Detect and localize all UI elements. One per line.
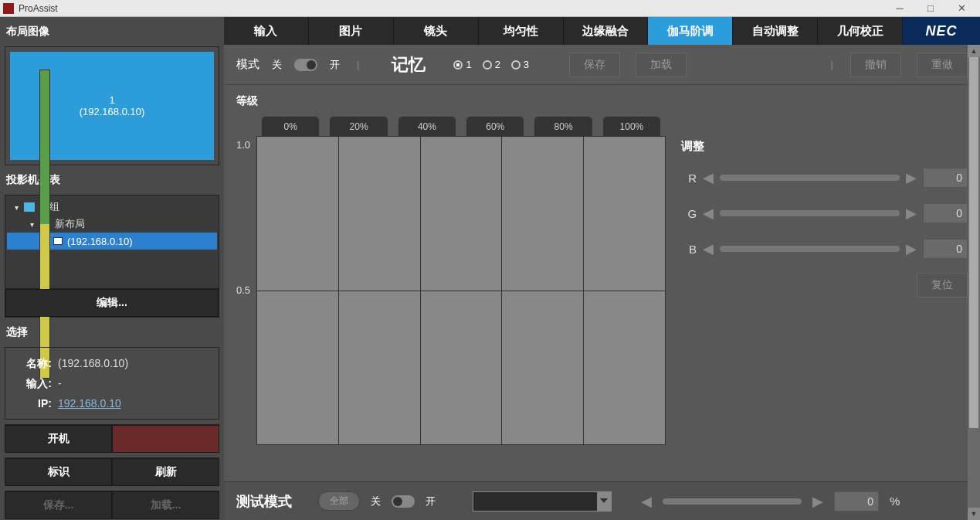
r-label: R (681, 172, 697, 185)
memory-radio-3[interactable]: 3 (511, 59, 529, 70)
redo-button[interactable]: 重做 (917, 53, 968, 77)
thumb-ip: (192.168.0.10) (80, 106, 145, 117)
r-value-input[interactable] (923, 168, 968, 188)
slider-row-g: G ◀ ▶ (681, 202, 968, 225)
projector-icon (53, 237, 63, 245)
tab-image[interactable]: 图片 (309, 17, 394, 45)
reset-button[interactable]: 复位 (917, 273, 968, 297)
tree-layout[interactable]: ▾ 新布局 (7, 216, 217, 233)
tab-uniformity[interactable]: 均匀性 (479, 17, 564, 45)
tree-projector[interactable]: (192.168.0.10) (7, 233, 217, 250)
x-tick[interactable]: 40% (398, 116, 456, 136)
test-pattern-dropdown[interactable] (473, 491, 612, 512)
load-button[interactable]: 加载... (112, 491, 219, 519)
mode-off-label: 关 (272, 58, 282, 72)
thumb-number: 1 (109, 94, 114, 106)
b-value-input[interactable] (923, 239, 968, 259)
r-decrement[interactable]: ◀ (703, 169, 714, 186)
tab-geometry[interactable]: 几何校正 (818, 17, 903, 45)
sidebar: 布局图像 1 (192.168.0.10) 投影机列表 ▾ 新组 ▾ 新布局 (0, 17, 224, 520)
identify-button[interactable]: 标识 (5, 458, 112, 486)
test-on-label: 开 (426, 495, 436, 508)
scroll-thumb[interactable] (969, 57, 978, 428)
slider-row-r: R ◀ ▶ (681, 166, 968, 189)
test-mode-bar: 测试模式 全部 关 开 ◀ ▶ % (224, 481, 968, 520)
tab-gamma[interactable]: 伽马阶调 (648, 17, 733, 45)
expand-arrow-icon[interactable]: ▾ (30, 220, 39, 229)
test-increment[interactable]: ▶ (812, 493, 823, 510)
name-value: (192.168.0.10) (58, 357, 128, 371)
input-value: - (58, 377, 62, 391)
g-value-input[interactable] (923, 203, 968, 223)
tree-layout-label: 新布局 (55, 217, 85, 231)
level-title: 等级 (236, 94, 968, 108)
test-slider[interactable] (663, 498, 802, 505)
mode-toggle[interactable] (294, 59, 317, 71)
ip-link[interactable]: 192.168.0.10 (58, 397, 121, 410)
test-toggle[interactable] (392, 495, 415, 508)
memory-radio-1[interactable]: 1 (453, 59, 471, 70)
undo-button[interactable]: 撤销 (850, 53, 901, 77)
input-label: 输入: (13, 377, 52, 391)
tab-lens[interactable]: 镜头 (394, 17, 479, 45)
maximize-button[interactable]: □ (915, 0, 946, 17)
x-tick[interactable]: 100% (602, 116, 661, 136)
chart-grid[interactable] (256, 136, 666, 445)
x-tick[interactable]: 20% (329, 116, 388, 136)
close-button[interactable]: ✕ (946, 0, 977, 17)
memory-title: 记忆 (392, 53, 426, 76)
tree-group[interactable]: ▾ 新组 (7, 199, 217, 216)
g-slider[interactable] (720, 210, 900, 216)
g-decrement[interactable]: ◀ (703, 205, 714, 222)
x-tick[interactable]: 60% (466, 116, 524, 136)
tab-auto-adjust[interactable]: 自动调整 (733, 17, 818, 45)
projector-list-title: 投影机列表 (5, 170, 219, 190)
mode-bar: 模式 关 开 | 记忆 1 2 3 保存 加载 | 撤销 重做 (224, 45, 980, 85)
select-title: 选择 (5, 322, 219, 342)
save-button[interactable]: 保存... (5, 491, 112, 519)
r-increment[interactable]: ▶ (906, 169, 917, 186)
tab-bar: 输入 图片 镜头 均匀性 边缘融合 伽马阶调 自动调整 几何校正 NEC (224, 17, 980, 45)
refresh-button[interactable]: 刷新 (112, 458, 219, 486)
b-decrement[interactable]: ◀ (703, 240, 714, 257)
g-increment[interactable]: ▶ (906, 205, 917, 222)
name-label: 名称: (13, 357, 52, 371)
b-label: B (681, 243, 697, 256)
expand-arrow-icon[interactable]: ▾ (15, 203, 24, 212)
memory-radio-2[interactable]: 2 (483, 59, 500, 70)
percent-label: % (890, 495, 900, 508)
projector-tree: ▾ 新组 ▾ 新布局 (192.168.0.10) (5, 195, 219, 288)
y-axis: 1.0 0.5 (236, 116, 256, 440)
b-increment[interactable]: ▶ (906, 240, 917, 257)
tab-edge-blend[interactable]: 边缘融合 (564, 17, 649, 45)
test-off-label: 关 (371, 495, 381, 508)
app-icon (3, 3, 14, 14)
power-off-button[interactable]: 关机 (112, 425, 219, 453)
b-slider[interactable] (720, 246, 900, 252)
power-on-button[interactable]: 开机 (5, 425, 112, 453)
chevron-down-icon (600, 498, 608, 503)
projector-list: ▾ 新组 ▾ 新布局 (192.168.0.10) 编辑... (5, 195, 219, 318)
scroll-up-icon[interactable]: ▲ (968, 45, 980, 57)
layout-preview: 1 (192.168.0.10) (5, 46, 219, 165)
titlebar: ProAssist ─ □ ✕ (0, 0, 980, 17)
r-slider[interactable] (720, 175, 900, 181)
y-tick: 0.5 (236, 284, 250, 296)
content: 输入 图片 镜头 均匀性 边缘融合 伽马阶调 自动调整 几何校正 NEC 模式 … (224, 17, 980, 520)
y-tick (247, 429, 250, 440)
x-tick[interactable]: 80% (534, 116, 592, 136)
vertical-scrollbar[interactable]: ▲ ▼ (968, 45, 980, 520)
brand-logo: NEC (903, 17, 980, 45)
test-value-input[interactable] (834, 491, 879, 512)
test-all-button[interactable]: 全部 (318, 491, 360, 511)
tree-projector-label: (192.168.0.10) (67, 236, 133, 247)
edit-button[interactable]: 编辑... (5, 289, 219, 317)
memory-load-button[interactable]: 加载 (636, 53, 687, 77)
scroll-down-icon[interactable]: ▼ (968, 508, 980, 520)
minimize-button[interactable]: ─ (884, 0, 915, 17)
memory-save-button[interactable]: 保存 (569, 53, 620, 77)
x-tick[interactable]: 0% (261, 116, 320, 136)
test-decrement[interactable]: ◀ (641, 493, 652, 510)
tab-input[interactable]: 输入 (224, 17, 309, 45)
y-tick: 1.0 (236, 139, 250, 151)
